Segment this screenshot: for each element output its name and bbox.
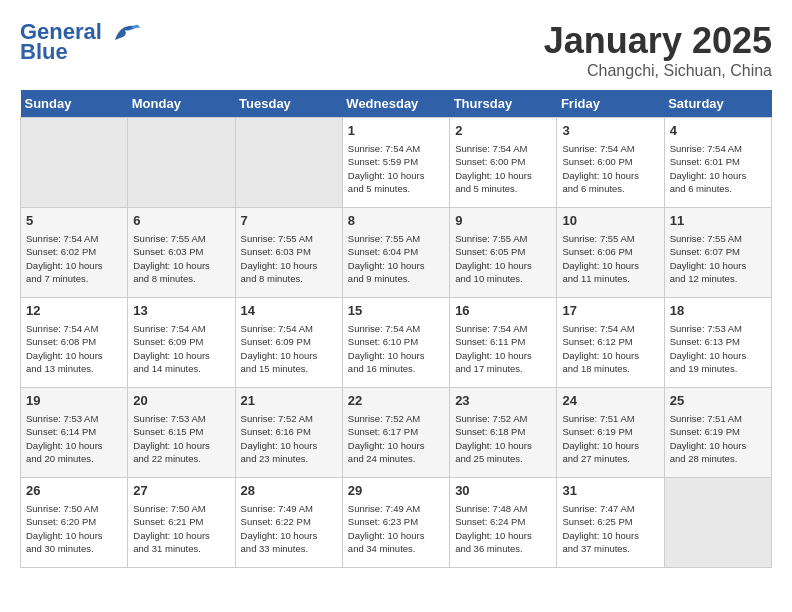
day-info: Sunrise: 7:54 AM Sunset: 6:09 PM Dayligh… [241, 322, 337, 375]
day-info: Sunrise: 7:52 AM Sunset: 6:17 PM Dayligh… [348, 412, 444, 465]
calendar-cell: 11Sunrise: 7:55 AM Sunset: 6:07 PM Dayli… [664, 208, 771, 298]
day-number: 14 [241, 302, 337, 320]
day-info: Sunrise: 7:49 AM Sunset: 6:23 PM Dayligh… [348, 502, 444, 555]
day-number: 11 [670, 212, 766, 230]
calendar-cell: 1Sunrise: 7:54 AM Sunset: 5:59 PM Daylig… [342, 118, 449, 208]
day-number: 6 [133, 212, 229, 230]
day-number: 30 [455, 482, 551, 500]
day-info: Sunrise: 7:55 AM Sunset: 6:03 PM Dayligh… [133, 232, 229, 285]
calendar-cell: 27Sunrise: 7:50 AM Sunset: 6:21 PM Dayli… [128, 478, 235, 568]
weekday-header-friday: Friday [557, 90, 664, 118]
day-number: 8 [348, 212, 444, 230]
calendar-week-5: 26Sunrise: 7:50 AM Sunset: 6:20 PM Dayli… [21, 478, 772, 568]
day-number: 22 [348, 392, 444, 410]
calendar-cell: 2Sunrise: 7:54 AM Sunset: 6:00 PM Daylig… [450, 118, 557, 208]
day-info: Sunrise: 7:54 AM Sunset: 6:01 PM Dayligh… [670, 142, 766, 195]
day-info: Sunrise: 7:54 AM Sunset: 6:08 PM Dayligh… [26, 322, 122, 375]
calendar-cell: 6Sunrise: 7:55 AM Sunset: 6:03 PM Daylig… [128, 208, 235, 298]
day-info: Sunrise: 7:53 AM Sunset: 6:14 PM Dayligh… [26, 412, 122, 465]
day-info: Sunrise: 7:55 AM Sunset: 6:04 PM Dayligh… [348, 232, 444, 285]
day-number: 29 [348, 482, 444, 500]
calendar-cell [235, 118, 342, 208]
calendar-week-3: 12Sunrise: 7:54 AM Sunset: 6:08 PM Dayli… [21, 298, 772, 388]
calendar-cell: 18Sunrise: 7:53 AM Sunset: 6:13 PM Dayli… [664, 298, 771, 388]
logo-line2: Blue [20, 39, 68, 64]
day-info: Sunrise: 7:48 AM Sunset: 6:24 PM Dayligh… [455, 502, 551, 555]
calendar-cell: 21Sunrise: 7:52 AM Sunset: 6:16 PM Dayli… [235, 388, 342, 478]
day-info: Sunrise: 7:55 AM Sunset: 6:06 PM Dayligh… [562, 232, 658, 285]
calendar-cell: 22Sunrise: 7:52 AM Sunset: 6:17 PM Dayli… [342, 388, 449, 478]
day-info: Sunrise: 7:54 AM Sunset: 6:12 PM Dayligh… [562, 322, 658, 375]
weekday-header-saturday: Saturday [664, 90, 771, 118]
weekday-header-wednesday: Wednesday [342, 90, 449, 118]
calendar-cell: 8Sunrise: 7:55 AM Sunset: 6:04 PM Daylig… [342, 208, 449, 298]
day-info: Sunrise: 7:49 AM Sunset: 6:22 PM Dayligh… [241, 502, 337, 555]
day-info: Sunrise: 7:54 AM Sunset: 6:09 PM Dayligh… [133, 322, 229, 375]
day-number: 1 [348, 122, 444, 140]
day-number: 7 [241, 212, 337, 230]
calendar-cell: 5Sunrise: 7:54 AM Sunset: 6:02 PM Daylig… [21, 208, 128, 298]
day-number: 23 [455, 392, 551, 410]
day-number: 24 [562, 392, 658, 410]
day-number: 18 [670, 302, 766, 320]
day-info: Sunrise: 7:51 AM Sunset: 6:19 PM Dayligh… [562, 412, 658, 465]
day-number: 13 [133, 302, 229, 320]
calendar-cell: 4Sunrise: 7:54 AM Sunset: 6:01 PM Daylig… [664, 118, 771, 208]
calendar-cell: 14Sunrise: 7:54 AM Sunset: 6:09 PM Dayli… [235, 298, 342, 388]
day-number: 26 [26, 482, 122, 500]
day-info: Sunrise: 7:54 AM Sunset: 6:02 PM Dayligh… [26, 232, 122, 285]
calendar-cell: 7Sunrise: 7:55 AM Sunset: 6:03 PM Daylig… [235, 208, 342, 298]
calendar-cell: 25Sunrise: 7:51 AM Sunset: 6:19 PM Dayli… [664, 388, 771, 478]
calendar-cell: 23Sunrise: 7:52 AM Sunset: 6:18 PM Dayli… [450, 388, 557, 478]
day-info: Sunrise: 7:54 AM Sunset: 6:10 PM Dayligh… [348, 322, 444, 375]
day-number: 5 [26, 212, 122, 230]
logo: General Blue [20, 20, 140, 64]
day-number: 27 [133, 482, 229, 500]
day-info: Sunrise: 7:55 AM Sunset: 6:07 PM Dayligh… [670, 232, 766, 285]
calendar-cell: 30Sunrise: 7:48 AM Sunset: 6:24 PM Dayli… [450, 478, 557, 568]
day-number: 20 [133, 392, 229, 410]
calendar-week-4: 19Sunrise: 7:53 AM Sunset: 6:14 PM Dayli… [21, 388, 772, 478]
day-number: 2 [455, 122, 551, 140]
weekday-header-row: SundayMondayTuesdayWednesdayThursdayFrid… [21, 90, 772, 118]
calendar-cell: 9Sunrise: 7:55 AM Sunset: 6:05 PM Daylig… [450, 208, 557, 298]
day-number: 15 [348, 302, 444, 320]
calendar-cell: 10Sunrise: 7:55 AM Sunset: 6:06 PM Dayli… [557, 208, 664, 298]
day-number: 10 [562, 212, 658, 230]
day-info: Sunrise: 7:55 AM Sunset: 6:03 PM Dayligh… [241, 232, 337, 285]
day-number: 16 [455, 302, 551, 320]
day-number: 19 [26, 392, 122, 410]
calendar-cell: 13Sunrise: 7:54 AM Sunset: 6:09 PM Dayli… [128, 298, 235, 388]
logo-bird-icon [110, 22, 140, 44]
day-number: 28 [241, 482, 337, 500]
calendar-cell: 28Sunrise: 7:49 AM Sunset: 6:22 PM Dayli… [235, 478, 342, 568]
calendar-cell: 19Sunrise: 7:53 AM Sunset: 6:14 PM Dayli… [21, 388, 128, 478]
day-number: 3 [562, 122, 658, 140]
calendar-cell: 24Sunrise: 7:51 AM Sunset: 6:19 PM Dayli… [557, 388, 664, 478]
day-info: Sunrise: 7:54 AM Sunset: 5:59 PM Dayligh… [348, 142, 444, 195]
weekday-header-sunday: Sunday [21, 90, 128, 118]
calendar-cell: 15Sunrise: 7:54 AM Sunset: 6:10 PM Dayli… [342, 298, 449, 388]
calendar-table: SundayMondayTuesdayWednesdayThursdayFrid… [20, 90, 772, 568]
day-info: Sunrise: 7:53 AM Sunset: 6:15 PM Dayligh… [133, 412, 229, 465]
calendar-cell: 3Sunrise: 7:54 AM Sunset: 6:00 PM Daylig… [557, 118, 664, 208]
day-number: 17 [562, 302, 658, 320]
day-number: 21 [241, 392, 337, 410]
day-info: Sunrise: 7:54 AM Sunset: 6:00 PM Dayligh… [455, 142, 551, 195]
day-number: 25 [670, 392, 766, 410]
month-title: January 2025 [544, 20, 772, 62]
calendar-week-2: 5Sunrise: 7:54 AM Sunset: 6:02 PM Daylig… [21, 208, 772, 298]
weekday-header-monday: Monday [128, 90, 235, 118]
location: Changchi, Sichuan, China [544, 62, 772, 80]
calendar-cell: 12Sunrise: 7:54 AM Sunset: 6:08 PM Dayli… [21, 298, 128, 388]
calendar-week-1: 1Sunrise: 7:54 AM Sunset: 5:59 PM Daylig… [21, 118, 772, 208]
day-number: 12 [26, 302, 122, 320]
calendar-cell [128, 118, 235, 208]
day-info: Sunrise: 7:54 AM Sunset: 6:00 PM Dayligh… [562, 142, 658, 195]
day-info: Sunrise: 7:53 AM Sunset: 6:13 PM Dayligh… [670, 322, 766, 375]
calendar-cell: 29Sunrise: 7:49 AM Sunset: 6:23 PM Dayli… [342, 478, 449, 568]
day-info: Sunrise: 7:51 AM Sunset: 6:19 PM Dayligh… [670, 412, 766, 465]
day-info: Sunrise: 7:50 AM Sunset: 6:21 PM Dayligh… [133, 502, 229, 555]
calendar-cell [664, 478, 771, 568]
day-info: Sunrise: 7:55 AM Sunset: 6:05 PM Dayligh… [455, 232, 551, 285]
